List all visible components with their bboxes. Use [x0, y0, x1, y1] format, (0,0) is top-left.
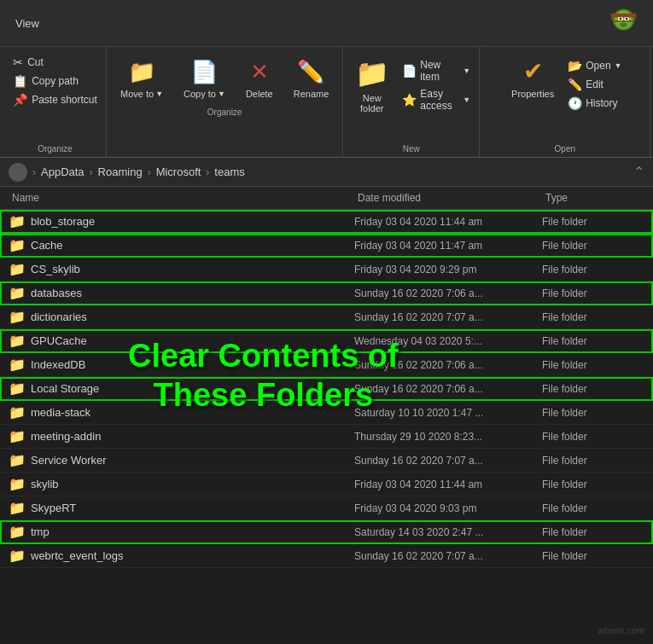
file-date: Friday 03 04 2020 9:03 pm — [354, 502, 542, 514]
table-row[interactable]: 📁CacheFriday 03 04 2020 11:47 amFile fol… — [0, 234, 653, 258]
file-name: Local Storage — [31, 382, 99, 395]
file-name-cell: 📁tmp — [9, 524, 354, 540]
table-row[interactable]: 📁dictionariesSunday 16 02 2020 7:07 a...… — [0, 305, 653, 329]
logo-icon — [604, 4, 643, 43]
file-name-cell: 📁GPUCache — [9, 333, 354, 349]
history-button[interactable]: 🕐 History — [564, 95, 625, 112]
open-edit-col: 📂 Open ▼ ✏️ Edit 🕐 History — [564, 54, 625, 112]
file-name-cell: 📁IndexedDB — [9, 357, 354, 373]
col-name[interactable]: Name — [9, 190, 354, 206]
file-type: File folder — [542, 240, 644, 252]
new-item-icon: 📄 — [402, 64, 417, 78]
organize-group2-label: Organize — [112, 104, 337, 119]
file-name: databases — [31, 287, 82, 299]
copy-path-button[interactable]: 📋 Copy path — [9, 73, 101, 90]
paste-shortcut-label: Paste shortcut — [32, 94, 97, 106]
address-bar: › AppData › Roaming › Microsoft › teams … — [0, 158, 653, 187]
col-date[interactable]: Date modified — [354, 190, 542, 206]
copy-to-icon: 📄 — [190, 59, 218, 85]
properties-button[interactable]: ✔ Properties — [504, 54, 561, 102]
new-item-button[interactable]: 📄 New item ▼ — [399, 57, 474, 84]
table-row[interactable]: 📁IndexedDBSunday 16 02 2020 7:06 a...Fil… — [0, 353, 653, 377]
folder-icon: 📁 — [9, 380, 26, 397]
file-name: media-stack — [31, 406, 90, 419]
open-label: Open — [586, 60, 610, 72]
file-date: Thursday 29 10 2020 8:23... — [354, 431, 542, 443]
easy-access-button[interactable]: ⭐ Easy access ▼ — [399, 86, 474, 113]
copy-to-button[interactable]: 📄 Copy to ▼ — [175, 54, 234, 104]
table-row[interactable]: 📁CS_skylibFriday 03 04 2020 9:29 pmFile … — [0, 258, 653, 281]
file-date: Sunday 16 02 2020 7:06 a... — [354, 287, 542, 299]
file-name: dictionaries — [31, 310, 87, 323]
edit-button[interactable]: ✏️ Edit — [564, 76, 625, 93]
file-name: Service Worker — [31, 454, 107, 467]
folder-icon: 📁 — [9, 213, 26, 229]
file-date: Sunday 16 02 2020 7:06 a... — [354, 383, 542, 395]
table-row[interactable]: 📁webrtc_event_logsSunday 16 02 2020 7:07… — [0, 544, 653, 568]
move-copy-group: 📁 Move to ▼ 📄 Copy to ▼ ✕ Delete ✏️ Rena… — [107, 47, 343, 157]
file-name-cell: 📁Service Worker — [9, 452, 354, 468]
paste-shortcut-button[interactable]: 📌 Paste shortcut — [9, 91, 101, 108]
cut-button[interactable]: ✂ Cut — [9, 54, 101, 71]
file-type: File folder — [542, 550, 644, 562]
folder-icon: 📁 — [9, 548, 26, 564]
table-row[interactable]: 📁databasesSunday 16 02 2020 7:06 a...Fil… — [0, 281, 653, 305]
file-name: Cache — [31, 239, 63, 252]
up-arrow[interactable]: ⌃ — [633, 164, 644, 180]
file-date: Friday 03 04 2020 11:44 am — [354, 479, 542, 490]
open-button[interactable]: 📂 Open ▼ — [564, 57, 625, 74]
new-folder-icon: 📁 — [355, 57, 389, 90]
file-name-cell: 📁blob_storage — [9, 213, 354, 229]
file-date: Saturday 14 03 2020 2:47 ... — [354, 526, 542, 538]
move-to-button[interactable]: 📁 Move to ▼ — [112, 54, 172, 104]
delete-button[interactable]: ✕ Delete — [237, 54, 282, 104]
rename-button[interactable]: ✏️ Rename — [285, 54, 338, 104]
table-row[interactable]: 📁tmpSaturday 14 03 2020 2:47 ...File fol… — [0, 520, 653, 544]
file-date: Saturday 10 10 2020 1:47 ... — [354, 407, 542, 419]
table-row[interactable]: 📁skylibFriday 03 04 2020 11:44 amFile fo… — [0, 473, 653, 496]
address-appdata[interactable]: AppData — [41, 165, 85, 178]
file-name: CS_skylib — [31, 263, 80, 276]
file-date: Sunday 16 02 2020 7:07 a... — [354, 550, 542, 562]
table-row[interactable]: 📁SkypeRTFriday 03 04 2020 9:03 pmFile fo… — [0, 496, 653, 520]
new-folder-button[interactable]: 📁 Newfolder — [348, 54, 395, 117]
file-name: webrtc_event_logs — [31, 549, 123, 562]
folder-icon: 📁 — [9, 237, 26, 253]
table-row[interactable]: 📁blob_storageFriday 03 04 2020 11:44 amF… — [0, 210, 653, 234]
address-roaming[interactable]: Roaming — [98, 165, 143, 178]
folder-icon: 📁 — [9, 428, 26, 444]
table-row[interactable]: 📁Local StorageSunday 16 02 2020 7:06 a..… — [0, 377, 653, 401]
easy-access-icon: ⭐ — [402, 93, 417, 107]
file-name-cell: 📁skylib — [9, 476, 354, 492]
chevron-2: › — [90, 166, 93, 178]
file-name-cell: 📁databases — [9, 285, 354, 301]
table-row[interactable]: 📁media-stackSaturday 10 10 2020 1:47 ...… — [0, 401, 653, 425]
history-label: History — [586, 97, 617, 109]
organize-label: Organize — [38, 141, 73, 155]
col-type[interactable]: Type — [542, 190, 644, 206]
file-type: File folder — [542, 335, 644, 347]
table-row[interactable]: 📁Service WorkerSunday 16 02 2020 7:07 a.… — [0, 449, 653, 473]
properties-icon: ✔ — [523, 57, 543, 85]
address-teams[interactable]: teams — [214, 165, 244, 178]
file-type: File folder — [542, 311, 644, 323]
table-row[interactable]: 📁meeting-addinThursday 29 10 2020 8:23..… — [0, 425, 653, 449]
column-headers: Name Date modified Type — [0, 187, 653, 210]
file-type: File folder — [542, 526, 644, 538]
folder-icon: 📁 — [9, 452, 26, 468]
rename-icon: ✏️ — [297, 59, 324, 85]
file-type: File folder — [542, 359, 644, 371]
file-name-cell: 📁meeting-addin — [9, 428, 354, 444]
address-microsoft[interactable]: Microsoft — [156, 165, 201, 178]
file-name-cell: 📁SkypeRT — [9, 500, 354, 516]
view-tab[interactable]: View — [9, 15, 46, 32]
table-row[interactable]: 📁GPUCacheWednesday 04 03 2020 5:...File … — [0, 329, 653, 353]
file-name-cell: 📁Cache — [9, 237, 354, 253]
paste-shortcut-icon: 📌 — [13, 93, 27, 107]
new-group: 📁 Newfolder 📄 New item ▼ ⭐ Easy access ▼… — [343, 47, 480, 157]
history-icon: 🕐 — [568, 96, 582, 110]
file-name: skylib — [31, 478, 59, 490]
file-name: blob_storage — [31, 215, 95, 228]
file-type: File folder — [542, 216, 644, 228]
folder-icon: 📁 — [9, 285, 26, 301]
